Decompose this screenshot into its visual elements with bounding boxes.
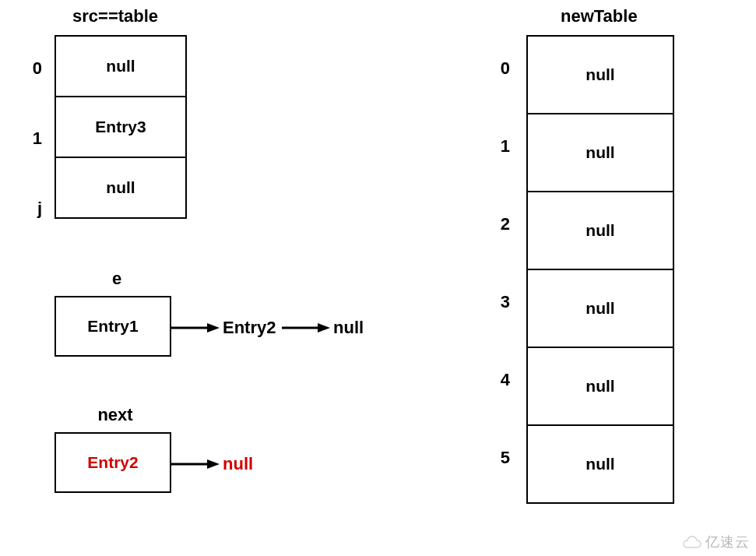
next-title: next — [92, 405, 139, 425]
new-index-1: 1 — [487, 136, 510, 157]
src-cell-0: null — [55, 35, 187, 97]
svg-marker-1 — [207, 323, 220, 333]
watermark-text: 亿速云 — [705, 533, 750, 551]
src-cell-2: null — [55, 157, 187, 219]
new-index-2: 2 — [487, 214, 510, 234]
arrow-e-to-entry2 — [171, 323, 220, 333]
new-cell-5: null — [526, 424, 674, 504]
cloud-icon — [682, 535, 702, 549]
src-index-0: 0 — [19, 58, 42, 79]
e-title: e — [109, 269, 125, 289]
new-cell-1: null — [526, 113, 674, 192]
e-chain-null: null — [333, 318, 364, 338]
src-index-j: j — [19, 199, 42, 219]
new-index-4: 4 — [487, 370, 510, 390]
watermark: 亿速云 — [682, 533, 750, 551]
new-cell-2: null — [526, 191, 674, 270]
new-index-3: 3 — [487, 292, 510, 312]
new-table-title: newTable — [561, 6, 638, 26]
next-cell: Entry2 — [55, 432, 171, 493]
new-index-0: 0 — [487, 58, 510, 79]
src-index-1: 1 — [19, 128, 42, 149]
src-cell-1: Entry3 — [55, 96, 187, 158]
new-index-5: 5 — [487, 448, 510, 468]
arrow-next-to-null — [171, 459, 220, 469]
e-chain-entry2: Entry2 — [223, 318, 276, 338]
next-chain-null: null — [223, 454, 253, 474]
new-cell-0: null — [526, 35, 674, 114]
new-cell-4: null — [526, 347, 674, 426]
arrow-entry2-to-null — [282, 323, 330, 333]
src-table-title: src==table — [72, 6, 158, 26]
svg-marker-5 — [207, 459, 220, 469]
e-cell: Entry1 — [55, 296, 171, 357]
new-cell-3: null — [526, 269, 674, 348]
svg-marker-3 — [318, 323, 330, 333]
